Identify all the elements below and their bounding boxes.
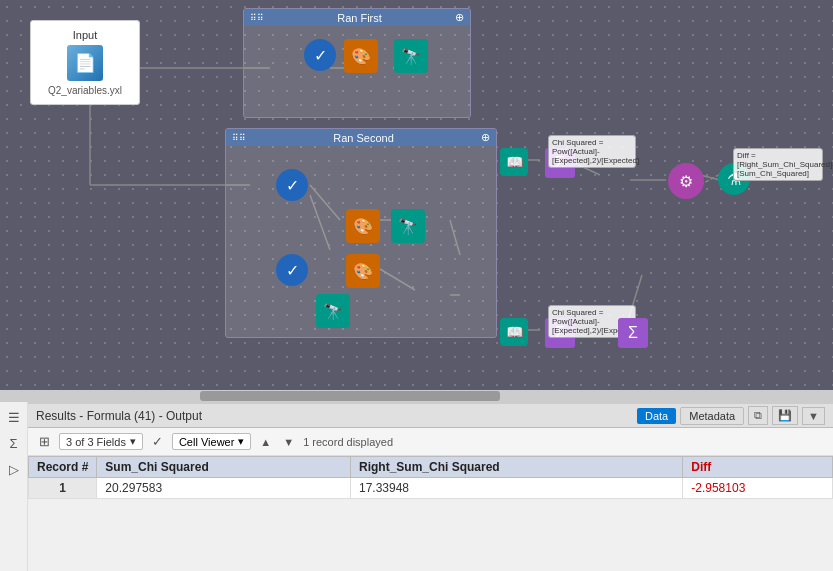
formula-label-diff: Diff = [Right_Sum_Chi_Squared]-[Sum_Chi_… [733,148,823,181]
data-table-body: 120.29758317.33948-2.958103 [29,478,833,499]
workflow-box-title-1: Ran First [337,12,382,24]
workflow-box-title-2: Ran Second [333,132,394,144]
workflow-box-ran-second: ⠿⠿ Ran Second ⊕ ✓ 🎨 🔭 ✓ 🎨 🔭 [225,128,497,338]
sigma-node-3[interactable]: Σ [618,318,648,348]
copy-button[interactable]: ⧉ [748,406,768,425]
results-panel: ☰ Σ ▷ Results - Formula (41) - Output Da… [0,402,833,571]
results-content: Results - Formula (41) - Output Data Met… [28,404,833,499]
input-node-icon: 📄 [67,45,103,81]
fields-badge: 3 of 3 Fields ▾ [59,433,143,450]
book-node-2[interactable]: 📖 [500,318,528,346]
data-table-wrapper: Record # Sum_Chi Squared Right_Sum_Chi S… [28,456,833,499]
fields-chevron-icon: ▾ [130,435,136,448]
art-node-2b[interactable]: 🎨 [346,254,380,288]
check-filter-btn[interactable]: ✓ [149,433,166,450]
left-icon-sigma[interactable]: Σ [3,432,25,454]
art-node-1[interactable]: 🎨 [344,39,378,73]
col-header-sum-chi[interactable]: Sum_Chi Squared [97,457,351,478]
data-button[interactable]: Data [637,408,676,424]
row-cell: 20.297583 [97,478,351,499]
results-toolbar: ⊞ 3 of 3 Fields ▾ ✓ Cell Viewer ▾ ▲ ▼ 1 … [28,428,833,456]
row-cell: -2.958103 [683,478,833,499]
collapse-results-button[interactable]: ▼ [802,407,825,425]
row-record-num: 1 [29,478,97,499]
canvas-area: Input 📄 Q2_variables.yxl ⠿⠿ Ran First ⊕ … [0,0,833,390]
formula-label-1: Chi Squared = Pow([Actual]-[Expected],2)… [548,135,636,168]
sort-up-btn[interactable]: ▲ [257,435,274,449]
canvas-scroll-thumb[interactable] [200,391,500,401]
results-controls-right: Data Metadata ⧉ 💾 ▼ [637,406,825,425]
drag-icon-2: ⠿⠿ [232,133,246,143]
cell-viewer-dropdown[interactable]: Cell Viewer ▾ [172,433,251,450]
col-header-right-sum-chi[interactable]: Right_Sum_Chi Squared [350,457,682,478]
binoculars-node-2a[interactable]: 🔭 [391,209,425,243]
col-header-diff[interactable]: Diff [683,457,833,478]
workflow-box-ran-first: ⠿⠿ Ran First ⊕ ✓ 🎨 🔭 [243,8,471,118]
collapse-icon-1[interactable]: ⊕ [455,11,464,24]
binoculars-node-2b[interactable]: 🔭 [316,294,350,328]
save-button[interactable]: 💾 [772,406,798,425]
col-header-record: Record # [29,457,97,478]
cell-viewer-label: Cell Viewer [179,436,234,448]
left-icon-play[interactable]: ▷ [3,458,25,480]
results-header: Results - Formula (41) - Output Data Met… [28,404,833,428]
cell-viewer-chevron-icon: ▾ [238,435,244,448]
grid-icon-btn[interactable]: ⊞ [36,433,53,450]
drag-icon-1: ⠿⠿ [250,13,264,23]
results-title: Results - Formula (41) - Output [36,409,202,423]
workflow-box-header-1: ⠿⠿ Ran First ⊕ [244,9,470,26]
input-node-filename: Q2_variables.yxl [39,85,131,96]
left-icon-menu[interactable]: ☰ [3,406,25,428]
left-icons-panel: ☰ Σ ▷ [0,402,28,571]
sort-down-btn[interactable]: ▼ [280,435,297,449]
check-node-2a[interactable]: ✓ [276,169,308,201]
metadata-button[interactable]: Metadata [680,407,744,425]
table-row: 120.29758317.33948-2.958103 [29,478,833,499]
binoculars-node-1[interactable]: 🔭 [394,39,428,73]
record-count: 1 record displayed [303,436,393,448]
input-node[interactable]: Input 📄 Q2_variables.yxl [30,20,140,105]
check-node-2b[interactable]: ✓ [276,254,308,286]
data-table: Record # Sum_Chi Squared Right_Sum_Chi S… [28,456,833,499]
fields-count: 3 of 3 Fields [66,436,126,448]
collapse-icon-2[interactable]: ⊕ [481,131,490,144]
row-cell: 17.33948 [350,478,682,499]
book-node-1[interactable]: 📖 [500,148,528,176]
canvas-scrollbar[interactable] [0,390,833,402]
check-node-1[interactable]: ✓ [304,39,336,71]
art-node-2[interactable]: 🎨 [346,209,380,243]
workflow-box-header-2: ⠿⠿ Ran Second ⊕ [226,129,496,146]
input-node-title: Input [39,29,131,41]
join-node[interactable]: ⚙ [668,163,704,199]
